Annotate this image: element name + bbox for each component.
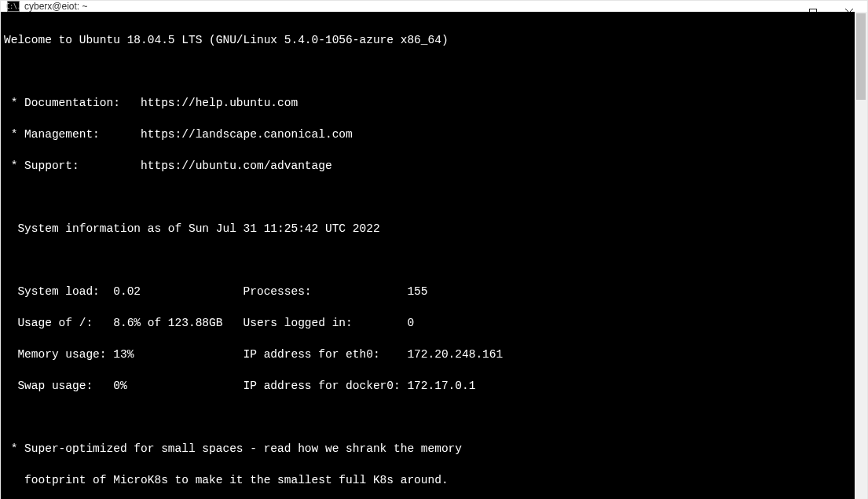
promo-line: footprint of MicroK8s to make it the sma… — [4, 472, 852, 488]
app-icon: C:\. — [7, 1, 20, 12]
sysinfo-row: System load: 0.02 Processes: 155 — [4, 284, 852, 299]
sysinfo-row: Memory usage: 13% IP address for eth0: 1… — [4, 347, 852, 362]
terminal-area: Welcome to Ubuntu 18.04.5 LTS (GNU/Linux… — [1, 12, 867, 499]
terminal-output[interactable]: Welcome to Ubuntu 18.04.5 LTS (GNU/Linux… — [1, 12, 855, 499]
blank — [4, 252, 852, 268]
blank — [4, 64, 852, 79]
sysinfo-row: Usage of /: 8.6% of 123.88GB Users logge… — [4, 315, 852, 331]
motd-support-link: * Support: https://ubuntu.com/advantage — [4, 158, 852, 174]
sysinfo-header: System information as of Sun Jul 31 11:2… — [4, 221, 852, 237]
scrollbar-thumb[interactable] — [856, 13, 866, 100]
sysinfo-row: Swap usage: 0% IP address for docker0: 1… — [4, 378, 852, 394]
motd-mgmt-link: * Management: https://landscape.canonica… — [4, 127, 852, 142]
motd-doc-link: * Documentation: https://help.ubuntu.com — [4, 95, 852, 111]
blank — [4, 189, 852, 205]
promo-line: * Super-optimized for small spaces - rea… — [4, 441, 852, 457]
motd-welcome: Welcome to Ubuntu 18.04.5 LTS (GNU/Linux… — [4, 32, 852, 48]
window-title: cyberx@eiot: ~ — [24, 1, 88, 12]
blank — [4, 409, 852, 425]
titlebar[interactable]: C:\. cyberx@eiot: ~ — [1, 1, 867, 12]
vertical-scrollbar[interactable] — [855, 12, 867, 499]
terminal-window: C:\. cyberx@eiot: ~ Welcome to Ubuntu 18… — [0, 0, 868, 499]
